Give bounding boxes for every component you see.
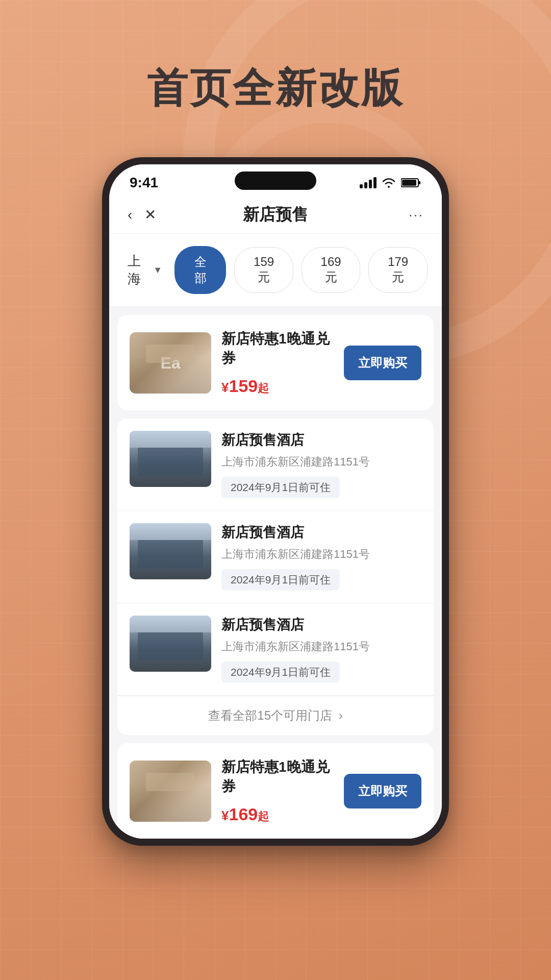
battery-icon: [401, 177, 421, 188]
voucher-card-2: 新店特惠1晚通兑券 ¥169起 立即购买: [117, 743, 434, 839]
close-button[interactable]: ✕: [144, 206, 156, 223]
voucher-image-2: [130, 761, 211, 822]
filter-169-button[interactable]: 169元: [302, 247, 361, 293]
main-content: Ea 新店特惠1晚通兑券 ¥159起 立即购买: [109, 307, 442, 839]
hotel-lobby-image-2: [130, 761, 211, 822]
price-num-1: 159: [229, 376, 258, 396]
more-button[interactable]: ···: [409, 207, 423, 223]
view-all-text: 查看全部15个可用门店: [208, 708, 332, 722]
voucher-item-2: 新店特惠1晚通兑券 ¥169起 立即购买: [117, 743, 434, 839]
hotel-exterior-3: [130, 616, 211, 672]
city-selector[interactable]: 上海 ▼: [123, 252, 166, 288]
dynamic-island: [235, 172, 316, 190]
voucher-title-2: 新店特惠1晚通兑券: [221, 757, 334, 796]
header-left: ‹ ✕: [128, 206, 156, 223]
wifi-icon: [382, 177, 396, 188]
hotel-item-3: 新店预售酒店 上海市浦东新区浦建路1151号 2024年9月1日前可住: [117, 603, 434, 696]
city-name: 上海: [128, 252, 150, 288]
hotel-exterior-1: [130, 431, 211, 487]
filter-all-button[interactable]: 全部: [174, 246, 226, 294]
hotel-list-card: 新店预售酒店 上海市浦东新区浦建路1151号 2024年9月1日前可住 新店预售…: [117, 419, 434, 735]
hotel-name-1: 新店预售酒店: [221, 431, 421, 449]
hotel-exterior-2: [130, 523, 211, 579]
hotel-tag-2: 2024年9月1日前可住: [221, 569, 340, 591]
signal-icon: [360, 177, 377, 188]
hotel-image-2: [130, 523, 211, 579]
hotel-image-3: [130, 616, 211, 672]
view-all[interactable]: 查看全部15个可用门店 ›: [117, 696, 434, 735]
hotel-item-2: 新店预售酒店 上海市浦东新区浦建路1151号 2024年9月1日前可住: [117, 511, 434, 603]
hotel-item-1: 新店预售酒店 上海市浦东新区浦建路1151号 2024年9月1日前可住: [117, 419, 434, 511]
voucher-price-1: ¥159起: [221, 376, 334, 396]
status-icons: [360, 177, 421, 188]
voucher-info-1: 新店特惠1晚通兑券 ¥159起: [221, 329, 334, 396]
hotel-info-3: 新店预售酒店 上海市浦东新区浦建路1151号 2024年9月1日前可住: [221, 616, 421, 683]
hotel-address-1: 上海市浦东新区浦建路1151号: [221, 454, 421, 470]
svg-rect-1: [418, 181, 420, 184]
hotel-name-2: 新店预售酒店: [221, 523, 421, 542]
back-button[interactable]: ‹: [128, 207, 132, 223]
ea-label: Ea: [160, 353, 180, 372]
phone-outer: 9:41: [102, 157, 449, 846]
city-dropdown-icon: ▼: [153, 265, 162, 276]
price-prefix-1: ¥: [221, 380, 229, 395]
voucher-item-1: Ea 新店特惠1晚通兑券 ¥159起 立即购买: [117, 315, 434, 410]
voucher-card-1: Ea 新店特惠1晚通兑券 ¥159起 立即购买: [117, 315, 434, 410]
price-suffix-1: 起: [258, 382, 269, 395]
filter-bar: 上海 ▼ 全部 159元 169元 179元: [109, 234, 442, 307]
voucher-price-2: ¥169起: [221, 804, 334, 824]
price-suffix-2: 起: [258, 810, 269, 823]
hotel-tag-3: 2024年9月1日前可住: [221, 662, 340, 683]
hotel-name-3: 新店预售酒店: [221, 616, 421, 634]
hotel-tag-1: 2024年9月1日前可住: [221, 477, 340, 498]
view-all-arrow: ›: [339, 708, 343, 722]
buy-button-2[interactable]: 立即购买: [344, 774, 421, 808]
price-prefix-2: ¥: [221, 808, 229, 823]
phone-mockup: 9:41: [0, 157, 551, 846]
app-header: ‹ ✕ 新店预售 ···: [109, 196, 442, 234]
phone-inner: 9:41: [109, 164, 442, 839]
svg-rect-2: [402, 180, 416, 186]
hotel-image-1: [130, 431, 211, 487]
header-title: 新店预售: [243, 204, 308, 226]
filter-159-button[interactable]: 159元: [234, 247, 293, 293]
voucher-info-2: 新店特惠1晚通兑券 ¥169起: [221, 757, 334, 824]
hotel-address-3: 上海市浦东新区浦建路1151号: [221, 639, 421, 654]
price-num-2: 169: [229, 804, 258, 824]
hotel-address-2: 上海市浦东新区浦建路1151号: [221, 547, 421, 562]
filter-179-button[interactable]: 179元: [368, 247, 428, 293]
signal-bars: [360, 177, 377, 188]
voucher-title-1: 新店特惠1晚通兑券: [221, 329, 334, 368]
status-time: 9:41: [130, 175, 158, 191]
page-title: 首页全新改版: [0, 0, 551, 116]
buy-button-1[interactable]: 立即购买: [344, 346, 421, 380]
hotel-info-2: 新店预售酒店 上海市浦东新区浦建路1151号 2024年9月1日前可住: [221, 523, 421, 591]
hotel-lobby-image: Ea: [130, 332, 211, 394]
voucher-image-1: Ea: [130, 332, 211, 394]
hotel-info-1: 新店预售酒店 上海市浦东新区浦建路1151号 2024年9月1日前可住: [221, 431, 421, 498]
